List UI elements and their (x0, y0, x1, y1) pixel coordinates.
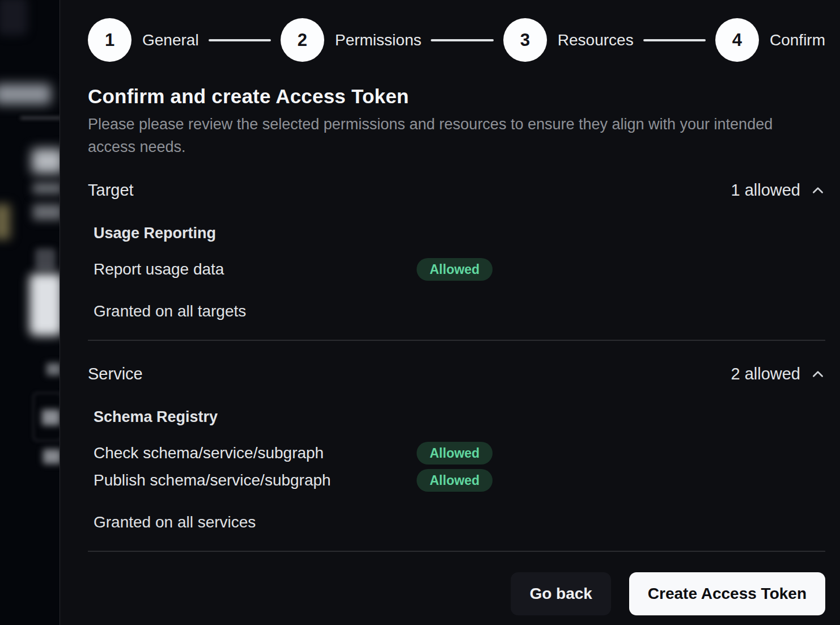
blurred-body-text (33, 183, 60, 194)
section-title: Target (88, 181, 134, 200)
status-badge-allowed: Allowed (417, 469, 493, 492)
blurred-card (29, 273, 60, 336)
permission-label: Report usage data (94, 260, 417, 278)
step-number-circle: 3 (503, 18, 547, 62)
allowed-count: 1 allowed (731, 181, 800, 200)
go-back-button[interactable]: Go back (511, 572, 610, 615)
chevron-up-icon (811, 367, 825, 382)
step-number-circle: 1 (88, 18, 131, 62)
permission-row: Report usage data Allowed (94, 256, 825, 283)
section-header-service: Service 2 allowed (88, 365, 825, 383)
group-heading: Schema Registry (94, 408, 825, 426)
status-badge-allowed: Allowed (417, 442, 493, 464)
step-number-circle: 2 (281, 18, 324, 62)
wizard-stepper: 1 General 2 Permissions 3 Resources 4 Co… (88, 18, 825, 62)
permission-group-usage-reporting: Usage Reporting Report usage data Allowe… (94, 225, 825, 283)
blurred-label-text (42, 409, 60, 425)
create-access-token-button[interactable]: Create Access Token (629, 572, 825, 615)
section-collapse-toggle[interactable]: 1 allowed (731, 181, 825, 200)
permission-group-schema-registry: Schema Registry Check schema/service/sub… (94, 408, 825, 494)
create-access-token-modal: 1 General 2 Permissions 3 Resources 4 Co… (60, 0, 840, 625)
section-header-target: Target 1 allowed (88, 181, 825, 200)
step-number-circle: 4 (715, 18, 759, 62)
blurred-nav-item (0, 84, 51, 104)
granted-note: Granted on all targets (94, 302, 825, 320)
blurred-label-text (46, 363, 60, 375)
permission-label: Check schema/service/subgraph (94, 444, 417, 462)
step-permissions[interactable]: 2 Permissions (281, 18, 421, 62)
blurred-divider (20, 117, 60, 119)
step-label: General (142, 31, 199, 49)
background-page (0, 0, 60, 625)
section-title: Service (88, 365, 143, 383)
blurred-accent-block (0, 204, 10, 239)
permission-row: Publish schema/service/subgraph Allowed (94, 467, 825, 494)
step-connector (431, 39, 493, 41)
chevron-up-icon (811, 183, 825, 198)
section-divider (88, 340, 825, 341)
step-connector (209, 39, 271, 41)
blurred-label-text (43, 449, 60, 464)
step-label: Permissions (335, 31, 421, 49)
permission-row: Check schema/service/subgraph Allowed (94, 440, 825, 467)
status-badge-allowed: Allowed (417, 258, 493, 281)
blurred-app-logo (0, 0, 27, 35)
section-collapse-toggle[interactable]: 2 allowed (731, 365, 825, 383)
step-resources[interactable]: 3 Resources (503, 18, 634, 62)
step-label: Confirm (770, 31, 825, 49)
blurred-heading-text (32, 149, 60, 174)
step-connector (643, 39, 706, 41)
allowed-count: 2 allowed (731, 365, 800, 383)
granted-note: Granted on all services (94, 513, 825, 531)
blurred-icon-tile (35, 248, 56, 270)
modal-footer: Go back Create Access Token (88, 572, 825, 615)
blurred-body-text (33, 204, 60, 220)
page-subtitle: Please please review the selected permis… (88, 113, 780, 158)
footer-divider (88, 551, 825, 552)
step-general[interactable]: 1 General (88, 18, 199, 62)
step-confirm[interactable]: 4 Confirm (715, 18, 825, 62)
step-label: Resources (558, 31, 634, 49)
permission-label: Publish schema/service/subgraph (94, 471, 417, 489)
page-title: Confirm and create Access Token (88, 85, 825, 108)
group-heading: Usage Reporting (94, 225, 825, 242)
